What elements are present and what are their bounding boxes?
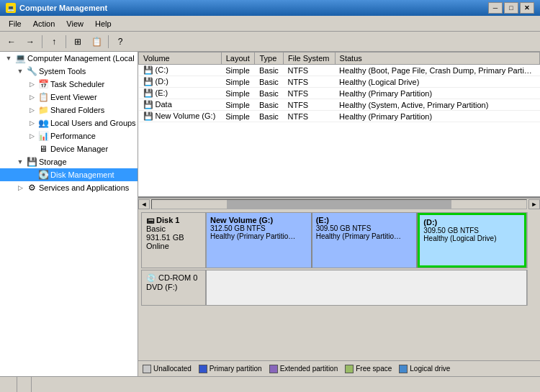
root-label: Computer Management (Local (27, 54, 135, 63)
cdrom-type: DVD (F:) (146, 283, 201, 291)
table-row[interactable]: 💾 New Volume (G:)SimpleBasicNTFSHealthy … (139, 111, 540, 122)
col-type: Type (255, 53, 284, 65)
legend-free: Free space (345, 365, 392, 373)
disk-1-partitions: New Volume (G:) 312.50 GB NTFS Healthy (… (206, 212, 527, 268)
table-cell: Simple (221, 88, 255, 99)
table-cell: 💾 New Volume (G:) (139, 111, 222, 122)
expand-performance[interactable]: ▷ (26, 130, 37, 142)
disk-management-label: Disk Management (50, 170, 114, 179)
partition-g-status: Healthy (Primary Partitio… (210, 232, 307, 240)
disk-table-area: Volume Layout Type File System Status 💾 … (138, 52, 540, 198)
expand-event-viewer[interactable]: ▷ (26, 91, 37, 103)
partition-e-name: (E:) (316, 216, 413, 224)
col-layout: Layout (221, 53, 255, 65)
show-hide-button[interactable]: ⊞ (69, 34, 86, 50)
table-cell: 💾 (C:) (139, 65, 222, 76)
scrollbar-track[interactable] (151, 199, 527, 209)
minimize-button[interactable]: ─ (488, 2, 503, 14)
performance-icon: 📊 (37, 130, 49, 142)
table-row[interactable]: 💾 DataSimpleBasicNTFSHealthy (System, Ac… (139, 99, 540, 111)
table-cell: NTFS (283, 99, 335, 111)
disk-1-scrollbar (527, 212, 537, 268)
partition-e-size: 309.50 GB NTFS (316, 224, 413, 232)
task-scheduler-icon: 📅 (37, 78, 49, 90)
system-tools-label: System Tools (39, 67, 86, 76)
sidebar-item-system-tools[interactable]: ▼ 🔧 System Tools (0, 65, 138, 78)
table-row[interactable]: 💾 (C:)SimpleBasicNTFSHealthy (Boot, Page… (139, 65, 540, 76)
status-middle (17, 377, 32, 392)
partition-e[interactable]: (E:) 309.50 GB NTFS Healthy (Primary Par… (312, 213, 418, 268)
help-button[interactable]: ? (112, 34, 129, 50)
shared-folders-label: Shared Folders (50, 106, 104, 114)
sidebar-item-disk-management[interactable]: 💽 Disk Management (0, 168, 138, 181)
table-cell: 💾 (D:) (139, 76, 222, 88)
sidebar-item-performance[interactable]: ▷ 📊 Performance (0, 129, 138, 142)
sidebar-item-device-manager[interactable]: 🖥 Device Manager (0, 142, 138, 155)
disk-1-status: Online (146, 242, 201, 250)
disk-management-icon: 💽 (37, 169, 49, 181)
table-row[interactable]: 💾 (D:)SimpleBasicNTFSHealthy (Logical Dr… (139, 76, 540, 88)
table-cell: Basic (255, 99, 284, 111)
properties-button[interactable]: 📋 (88, 34, 105, 50)
maximize-button[interactable]: □ (504, 2, 518, 14)
menu-bar: File Action View Help (0, 16, 540, 32)
sidebar-item-event-viewer[interactable]: ▷ 📋 Event Viewer (0, 91, 138, 104)
expand-local-users[interactable]: ▷ (26, 117, 37, 129)
device-manager-label: Device Manager (50, 145, 108, 153)
expand-disk-management[interactable] (26, 169, 37, 181)
sidebar-item-local-users[interactable]: ▷ 👥 Local Users and Groups (0, 117, 138, 129)
table-cell: Healthy (Primary Partition) (335, 88, 539, 99)
legend-logical: Logical drive (399, 365, 450, 373)
expand-device-manager[interactable] (26, 143, 37, 155)
legend-primary-label: Primary partition (210, 365, 262, 373)
horizontal-scrollbar[interactable]: ◄ ► (138, 198, 540, 209)
menu-action[interactable]: Action (27, 18, 61, 29)
menu-file[interactable]: File (3, 18, 27, 29)
table-cell: Simple (221, 99, 255, 111)
table-cell: Simple (221, 65, 255, 76)
storage-label: Storage (39, 158, 67, 166)
expand-shared-folders[interactable]: ▷ (26, 104, 37, 116)
event-viewer-label: Event Viewer (50, 93, 97, 101)
scroll-left-btn[interactable]: ◄ (138, 199, 150, 209)
sidebar-item-services[interactable]: ▷ ⚙ Services and Applications (0, 181, 138, 194)
disk-1-name: 🖴 Disk 1 (146, 216, 201, 224)
table-cell: Simple (221, 111, 255, 122)
back-button[interactable]: ← (3, 34, 20, 50)
expand-system-tools[interactable]: ▼ (14, 65, 26, 77)
scrollbar-thumb (227, 200, 451, 209)
expand-storage[interactable]: ▼ (14, 156, 26, 168)
volume-table: Volume Layout Type File System Status 💾 … (138, 52, 540, 122)
sidebar-item-task-scheduler[interactable]: ▷ 📅 Task Scheduler (0, 78, 138, 91)
scroll-right-btn[interactable]: ► (528, 199, 540, 209)
menu-help[interactable]: Help (89, 18, 117, 29)
status-bar (0, 376, 540, 392)
table-cell: 💾 (E:) (139, 88, 222, 99)
expand-task-scheduler[interactable]: ▷ (26, 78, 37, 90)
expand-services[interactable]: ▷ (14, 182, 26, 193)
sidebar-item-storage[interactable]: ▼ 💾 Storage (0, 155, 138, 168)
legend-unallocated: Unallocated (143, 365, 192, 373)
partition-g[interactable]: New Volume (G:) 312.50 GB NTFS Healthy (… (207, 213, 312, 268)
partition-g-size: 312.50 GB NTFS (210, 224, 307, 232)
expand-root[interactable]: ▼ (3, 53, 14, 64)
disk-1-row: 🖴 Disk 1 Basic 931.51 GB Online New Volu… (141, 212, 537, 268)
forward-button[interactable]: → (22, 34, 39, 50)
table-row[interactable]: 💾 (E:)SimpleBasicNTFSHealthy (Primary Pa… (139, 88, 540, 99)
disk-1-label: 🖴 Disk 1 Basic 931.51 GB Online (141, 212, 206, 268)
col-status: Status (335, 53, 539, 65)
table-cell: Simple (221, 76, 255, 88)
menu-view[interactable]: View (60, 18, 89, 29)
table-cell: Basic (255, 65, 284, 76)
device-manager-icon: 🖥 (37, 143, 49, 155)
event-viewer-icon: 📋 (37, 91, 49, 103)
partition-d[interactable]: (D:) 309.50 GB NTFS Healthy (Logical Dri… (418, 213, 526, 268)
title-text: Computer Management (19, 4, 107, 12)
sidebar-item-shared-folders[interactable]: ▷ 📁 Shared Folders (0, 104, 138, 117)
sidebar-item-root[interactable]: ▼ 💻 Computer Management (Local (0, 52, 138, 65)
separator-1 (42, 35, 42, 48)
close-button[interactable]: ✕ (520, 2, 534, 14)
table-cell: NTFS (283, 76, 335, 88)
partition-d-name: (D:) (423, 218, 521, 227)
up-button[interactable]: ↑ (45, 34, 63, 50)
